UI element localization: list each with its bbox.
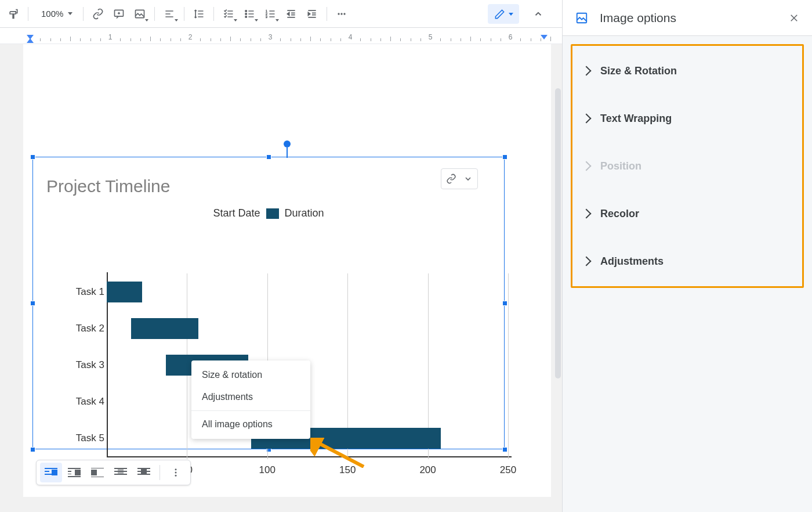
ruler-number: 2 [188,33,193,41]
wrap-text[interactable] [63,463,85,482]
legend-swatch-duration [266,208,279,219]
svg-point-14 [175,475,177,477]
wrap-front[interactable] [133,463,155,482]
x-tick-label: 100 [259,464,276,476]
dropdown-caret-icon [145,19,148,21]
ctx-size-rotation[interactable]: Size & rotation [191,364,310,386]
image-icon [575,12,588,24]
annotation-arrow [310,438,365,468]
chevron-right-icon [582,66,592,76]
chevron-right-icon [582,114,592,124]
dropdown-caret-icon [68,12,72,15]
panel-title: Image options [600,11,777,25]
chevron-right-icon [582,257,592,266]
toolbar-separator [327,7,327,21]
decrease-indent-icon[interactable] [281,4,301,24]
insert-link-icon[interactable] [88,4,108,24]
resize-handle-w[interactable] [30,301,35,306]
scrollbar-thumb[interactable] [555,88,561,378]
dropdown-caret-icon [175,19,178,21]
left-indent-marker[interactable] [27,38,34,43]
toolbar-separator [28,7,28,21]
resize-handle-sw[interactable] [30,447,35,452]
section-size-rotation[interactable]: Size & Rotation [572,47,802,95]
svg-point-3 [245,13,247,15]
zoom-dropdown[interactable]: 100% [33,4,78,24]
section-label: Size & Rotation [600,65,677,77]
svg-text:3: 3 [266,15,267,18]
y-tick-label: Task 2 [52,323,104,334]
right-indent-marker[interactable] [541,35,548,39]
ruler-number: 6 [509,33,513,41]
ctx-adjustments[interactable]: Adjustments [191,386,310,408]
x-tick-label: 200 [419,464,436,476]
zoom-value: 100% [41,9,63,19]
y-tick-label: Task 5 [52,432,104,444]
resize-handle-n[interactable] [266,154,271,160]
insert-image-icon[interactable] [130,4,150,24]
section-label: Adjustments [600,255,664,268]
ruler-number: 1 [108,33,113,41]
dropdown-caret-icon [234,19,237,21]
svg-point-9 [341,13,343,15]
wrap-break[interactable] [86,463,108,482]
increase-indent-icon[interactable] [302,4,322,24]
svg-point-2 [245,10,247,12]
collapse-toolbar-icon[interactable] [528,4,548,24]
chart-legend: Start Date Duration [32,207,505,219]
section-adjustments[interactable]: Adjustments [572,237,802,285]
line-spacing-icon[interactable] [189,4,209,24]
x-axis [107,456,512,457]
svg-line-11 [315,441,364,467]
chart-plot-area: 050100150200250 Task 1Task 2Task 3Task 4… [110,273,512,459]
panel-header: Image options [563,0,812,36]
ruler-number: 5 [429,33,433,41]
bulleted-list-icon[interactable] [240,4,259,24]
section-label: Text Wrapping [600,113,672,125]
link-icon[interactable] [446,174,456,184]
editing-mode-chip[interactable] [488,4,519,24]
ruler-number: 3 [269,33,273,41]
resize-handle-nw[interactable] [30,154,35,160]
toolbar-separator [213,7,214,21]
align-icon[interactable] [160,4,179,24]
document-page[interactable]: Project Timeline Start Date Duration 050… [23,44,551,497]
numbered-list-icon[interactable]: 123 [260,4,280,24]
dropdown-caret-icon [255,19,258,21]
wrap-behind[interactable] [110,463,132,482]
paint-format-icon[interactable] [3,4,23,24]
add-comment-icon[interactable] [109,4,129,24]
dropdown-caret-icon [509,13,513,16]
ruler-number: 4 [349,33,353,41]
section-label: Recolor [600,208,639,220]
horizontal-ruler[interactable]: 123456 [0,28,562,44]
section-text-wrapping[interactable]: Text Wrapping [572,95,802,142]
ctx-all-image-options[interactable]: All image options [191,413,310,435]
rotation-handle[interactable] [284,140,291,147]
checklist-icon[interactable] [219,4,238,24]
gantt-bar [131,318,198,339]
section-recolor[interactable]: Recolor [572,190,802,237]
more-icon[interactable] [332,4,351,24]
legend-label-start: Start Date [213,207,260,219]
wrap-inline[interactable] [40,463,62,482]
resize-handle-ne[interactable] [502,154,507,160]
panel-highlight-box: Size & Rotation Text Wrapping Position R… [571,44,804,288]
chevron-down-icon[interactable] [463,174,473,183]
ctx-separator [191,410,310,411]
svg-point-13 [175,472,177,474]
y-tick-label: Task 3 [52,359,104,371]
document-canvas: Project Timeline Start Date Duration 050… [0,44,562,512]
toolbar-separator [184,7,184,21]
gantt-bar [107,282,142,302]
close-icon[interactable] [789,13,799,23]
wrap-more-icon[interactable] [165,463,187,482]
svg-point-10 [344,13,346,15]
panel-body: Size & Rotation Text Wrapping Position R… [563,36,812,512]
y-tick-label: Task 4 [52,396,104,408]
section-label: Position [600,160,641,172]
toolbar-separator [83,7,84,21]
chevron-right-icon [582,209,592,219]
image-context-menu: Size & rotation Adjustments All image op… [191,360,310,439]
scrollbar-track [555,88,561,378]
